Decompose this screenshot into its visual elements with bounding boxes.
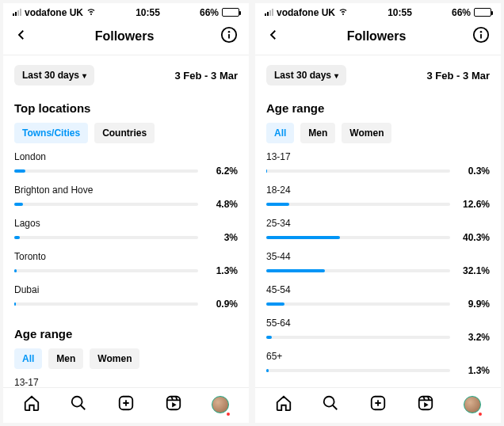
nav-search-icon[interactable] — [322, 394, 339, 415]
tab-countries[interactable]: Countries — [94, 123, 155, 143]
location-tabs: Towns/Cities Countries — [14, 123, 238, 143]
section-top-locations: Top locations Towns/Cities Countries Lon… — [3, 95, 249, 321]
tab-age-men[interactable]: Men — [48, 348, 83, 369]
bar-fill — [266, 169, 267, 173]
battery-pct: 66% — [452, 7, 471, 18]
tab-age-women[interactable]: Women — [90, 348, 139, 369]
bar-track — [266, 336, 450, 339]
bar-row: 45-549.9% — [266, 284, 490, 310]
bar-row: Lagos3% — [14, 218, 238, 243]
status-time: 10:55 — [388, 7, 412, 18]
bar-track — [266, 302, 450, 306]
bar-label: 25-34 — [266, 218, 490, 229]
carrier-label: vodafone UK — [277, 7, 335, 18]
bar-label: 13-17 — [14, 377, 238, 387]
bar-value: 0.3% — [456, 165, 490, 177]
svg-point-9 — [324, 397, 334, 407]
bar-value: 40.3% — [456, 232, 490, 243]
nav-reels-icon[interactable] — [165, 394, 182, 415]
svg-rect-11 — [418, 397, 432, 410]
bar-row: Toronto1.3% — [14, 251, 238, 276]
nav-create-icon[interactable] — [117, 394, 135, 415]
bar-label: 45-54 — [266, 284, 490, 295]
back-button[interactable] — [14, 28, 29, 45]
status-bar: vodafone UK 10:55 66% — [3, 3, 249, 20]
bar-track — [266, 203, 450, 206]
bar-label: Dubai — [14, 284, 238, 295]
nav-search-icon[interactable] — [70, 394, 87, 415]
date-range-chip[interactable]: Last 30 days ▾ — [266, 65, 346, 86]
bar-row: 13-170.3% — [14, 377, 238, 387]
tab-age-women[interactable]: Women — [342, 123, 391, 143]
bar-value: 12.6% — [456, 199, 490, 210]
status-bar: vodafone UK 10:55 66% — [255, 3, 501, 20]
nav-profile-avatar[interactable] — [212, 396, 229, 413]
bar-track — [14, 302, 198, 306]
bar-label: London — [14, 151, 238, 162]
controls-row: Last 30 days ▾ 3 Feb - 3 Mar — [255, 55, 501, 95]
date-range-text: 3 Feb - 3 Mar — [427, 70, 490, 82]
bar-track — [266, 169, 450, 173]
back-button[interactable] — [266, 28, 281, 45]
info-button[interactable] — [220, 26, 238, 47]
nav-reels-icon[interactable] — [417, 394, 434, 415]
bar-value: 0.9% — [204, 299, 238, 310]
tab-age-men[interactable]: Men — [300, 123, 335, 143]
scroll-area[interactable]: Top locations Towns/Cities Countries Lon… — [3, 95, 249, 387]
bar-row: 13-170.3% — [266, 151, 490, 177]
signal-icon — [13, 9, 21, 16]
bar-fill — [266, 203, 289, 206]
scroll-area[interactable]: Age range All Men Women 13-170.3%18-2412… — [255, 95, 501, 387]
bar-row: 18-2412.6% — [266, 184, 490, 210]
nav-home-icon[interactable] — [23, 394, 40, 415]
section-age-range: Age range All Men Women 13-170.3%18-2412… — [255, 95, 501, 387]
bar-value: 4.8% — [204, 199, 238, 210]
tab-age-all[interactable]: All — [14, 348, 42, 369]
bar-track — [14, 236, 198, 239]
section-title-age: Age range — [266, 101, 490, 115]
date-range-chip-label: Last 30 days — [22, 70, 79, 81]
battery-pct: 66% — [200, 7, 219, 18]
carrier-label: vodafone UK — [25, 7, 83, 18]
nav-profile-avatar[interactable] — [464, 396, 481, 413]
page-title: Followers — [347, 29, 407, 44]
bar-label: 13-17 — [266, 151, 490, 162]
signal-icon — [265, 9, 273, 16]
bar-row: Dubai0.9% — [14, 284, 238, 310]
bar-fill — [266, 269, 325, 272]
nav-create-icon[interactable] — [369, 394, 387, 415]
svg-rect-2 — [228, 34, 230, 39]
tab-age-all[interactable]: All — [266, 123, 294, 143]
bar-fill — [266, 302, 284, 306]
bar-row: 55-643.2% — [266, 318, 490, 343]
bar-row: London6.2% — [14, 151, 238, 177]
chevron-down-icon: ▾ — [82, 71, 86, 80]
bar-label: Brighton and Hove — [14, 184, 238, 196]
age-chart: 13-170.3%18-2412.6%25-3440.3%35-4432.1%4… — [266, 151, 490, 376]
bar-row: Brighton and Hove4.8% — [14, 184, 238, 210]
battery-icon — [222, 8, 239, 17]
bar-row: 35-4432.1% — [266, 251, 490, 276]
bar-track — [14, 169, 198, 173]
section-title-locations: Top locations — [14, 101, 238, 115]
section-age-range: Age range All Men Women 13-170.3% — [3, 321, 249, 387]
battery-icon — [474, 8, 491, 17]
info-button[interactable] — [472, 26, 490, 47]
bar-track — [14, 203, 198, 206]
bottom-nav — [255, 387, 501, 423]
bar-fill — [14, 236, 20, 239]
tab-towns-cities[interactable]: Towns/Cities — [14, 123, 88, 143]
date-range-chip[interactable]: Last 30 days ▾ — [14, 65, 94, 86]
status-time: 10:55 — [136, 7, 160, 18]
controls-row: Last 30 days ▾ 3 Feb - 3 Mar — [3, 55, 249, 95]
bar-row: 25-3440.3% — [266, 218, 490, 243]
chevron-down-icon: ▾ — [334, 71, 338, 80]
nav-home-icon[interactable] — [275, 394, 292, 415]
bar-label: Toronto — [14, 251, 238, 262]
bar-fill — [266, 369, 269, 372]
bar-value: 9.9% — [456, 299, 490, 310]
bar-label: 65+ — [266, 351, 490, 362]
phone-left: vodafone UK 10:55 66% Followers Last 30 … — [3, 3, 249, 423]
bar-fill — [14, 269, 17, 272]
bar-fill — [266, 336, 272, 339]
